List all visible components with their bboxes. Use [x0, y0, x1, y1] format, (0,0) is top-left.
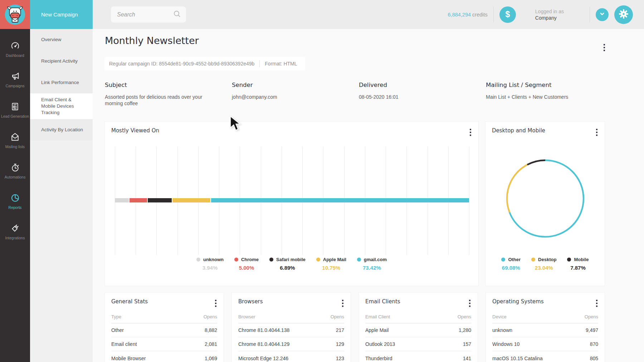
sidebar-item-integrations[interactable]: Integrations: [0, 216, 30, 246]
legend-name: Safari mobile: [276, 257, 306, 262]
row-label: Microsoft Edge 12.246: [238, 356, 288, 361]
stats-table: Email ClientOpensApple Mail1,280Outlook …: [365, 310, 471, 362]
legend-dot: [316, 258, 320, 261]
column-header: Opens: [458, 314, 471, 319]
table-row: Thunderbird141: [365, 351, 471, 362]
sidebar-item-label: Integrations: [5, 236, 25, 240]
app-logo[interactable]: [0, 0, 30, 29]
mostly-viewed-on-card: Mostly Viewed On unknown3.94%Chrome5.00%…: [104, 121, 479, 286]
new-campaign-button[interactable]: New Campaign: [30, 0, 93, 29]
sidebar-item-label: Automations: [5, 175, 25, 179]
mailing-lists-icon: [10, 132, 20, 142]
row-value: 1,280: [459, 327, 471, 333]
row-value: 1,069: [205, 356, 217, 361]
page-title: Monthly Newsletter: [105, 35, 199, 46]
settings-button[interactable]: [614, 5, 633, 24]
automations-icon: [10, 162, 20, 173]
card-kebab-menu[interactable]: [468, 127, 473, 137]
info-label: Subject: [105, 82, 232, 88]
row-label: Chrome 81.0.4044.129: [238, 341, 289, 347]
column-header: Email Client: [365, 314, 390, 319]
row-value: 870: [590, 341, 598, 347]
subnav-item-link-performance[interactable]: Link Performance: [30, 72, 93, 93]
row-label: Chrome 81.0.4044.138: [238, 327, 289, 333]
sidebar-item-label: Campaigns: [5, 84, 24, 88]
sidebar-item-mailing-lists[interactable]: Mailing lists: [0, 125, 30, 155]
sidebar-item-lead-generation[interactable]: Lead Generation: [0, 95, 30, 125]
row-value: 805: [590, 356, 598, 361]
card-kebab-menu[interactable]: [214, 298, 218, 308]
info-label: Sender: [232, 82, 359, 88]
legend-percentage: 7.87%: [570, 265, 586, 271]
legend-name: Other: [508, 257, 521, 262]
legend-dot: [531, 258, 535, 261]
credits-value: 6,884,294: [448, 12, 471, 18]
account-menu-button[interactable]: [596, 8, 609, 21]
legend-percentage: 6.89%: [280, 265, 295, 271]
legend-name: Mobile: [574, 257, 589, 262]
sidebar-item-label: Lead Generation: [1, 114, 29, 118]
table-row: Chrome 81.0.4044.129129: [238, 337, 344, 351]
search-input[interactable]: [111, 11, 168, 18]
column-header: Opens: [204, 314, 217, 319]
card-kebab-menu[interactable]: [468, 298, 472, 308]
table-header-row: DeviceOpens: [492, 310, 598, 323]
info-col-subject: SubjectAssorted posts for delicious read…: [105, 82, 232, 107]
search-icon[interactable]: [173, 10, 181, 19]
donut-chart-legend: Other69.08%Desktop23.04%Mobile7.87%: [486, 257, 605, 271]
card-kebab-menu[interactable]: [595, 298, 599, 308]
legend-percentage: 23.04%: [535, 265, 553, 271]
sidebar-item-campaigns[interactable]: Campaigns: [0, 64, 30, 94]
bar-segment-apple-mail: [172, 198, 210, 202]
info-col-delivered: Delivered08-05-2020 16:01: [359, 82, 486, 107]
subnav-item-overview[interactable]: Overview: [30, 29, 93, 50]
table-row: Outlook 2013157: [365, 337, 471, 351]
sidebar-item-label: Dashboard: [6, 53, 24, 58]
row-label: Windows 10: [492, 341, 519, 347]
stats-table: DeviceOpensunknown9,497Windows 10870macO…: [492, 310, 598, 362]
bar-segment-chrome: [130, 198, 147, 202]
card-kebab-menu[interactable]: [341, 298, 345, 308]
row-label: macOS 10.15 Catalina: [492, 356, 543, 361]
legend-percentage: 73.42%: [363, 265, 381, 271]
legend-dot: [234, 258, 238, 261]
integrations-icon: [10, 223, 20, 234]
column-header: Type: [111, 314, 121, 319]
card-kebab-menu[interactable]: [595, 127, 599, 137]
lead-generation-icon: [10, 101, 20, 112]
sidebar-item-automations[interactable]: Automations: [0, 156, 30, 186]
cow-logo-icon: [4, 4, 26, 26]
info-value: Main List + Clients + New Customers: [486, 94, 590, 100]
column-header: Opens: [331, 314, 344, 319]
credits-counter: 6,884,294 credits: [448, 12, 488, 18]
table-row: Mobile Browser1,069: [111, 351, 217, 362]
chevron-down-icon: [599, 11, 605, 18]
campaign-id: Regular campaign ID: 8554de81-90c9-4552-…: [109, 61, 254, 67]
table-row: Chrome 81.0.4044.138217: [238, 323, 344, 337]
legend-percentage: 10.75%: [322, 265, 340, 271]
row-value: 8,882: [205, 327, 217, 333]
table-row: Microsoft Edge 12.246123: [238, 351, 344, 362]
account-name: Company: [535, 15, 557, 21]
bar-segment-gmail.com: [211, 198, 469, 202]
info-value: john@company.com: [232, 94, 336, 100]
row-value: 141: [463, 356, 471, 361]
credits-label: credits: [472, 12, 488, 18]
legend-item-apple-mail: Apple Mail10.75%: [316, 257, 346, 271]
row-label: unknown: [492, 327, 512, 333]
card-title: Email Clients: [365, 298, 400, 305]
sidebar-item-reports[interactable]: Reports: [0, 186, 30, 216]
legend-name: Desktop: [538, 257, 556, 262]
page-kebab-menu[interactable]: [602, 43, 606, 53]
billing-button[interactable]: $: [499, 6, 516, 23]
row-label: Thunderbird: [365, 356, 392, 361]
legend-item-safari-mobile: Safari mobile6.89%: [269, 257, 306, 271]
stats-table: BrowserOpensChrome 81.0.4044.138217Chrom…: [238, 310, 344, 362]
subnav-item-recipient-activity[interactable]: Recipient Activity: [30, 50, 93, 72]
table-row: macOS 10.15 Catalina805: [492, 351, 598, 362]
account-info: Logged in as Company: [535, 8, 564, 21]
sidebar-item-dashboard[interactable]: Dashboard: [0, 34, 30, 64]
subnav-item-activity-by-location[interactable]: Activity By Location: [30, 119, 93, 141]
dollar-icon: $: [505, 10, 510, 19]
subnav-item-email-client-mobile-devices-tracking[interactable]: Email Client & Mobile Devices Tracking: [30, 93, 93, 119]
